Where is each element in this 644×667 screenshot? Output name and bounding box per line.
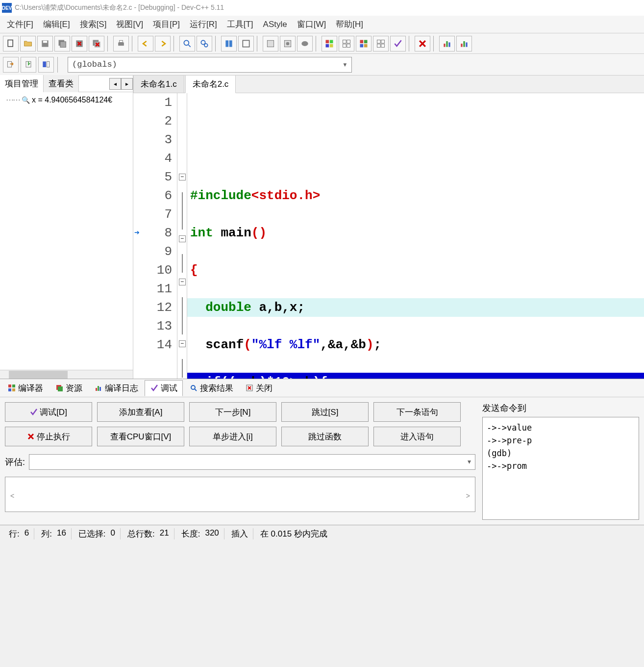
- menu-edit[interactable]: 编辑[E]: [38, 16, 75, 33]
- cpu-window-button[interactable]: 查看CPU窗口[V]: [97, 427, 184, 446]
- debug-start-button[interactable]: 调试[D]: [5, 402, 92, 422]
- rebuild-button[interactable]: [280, 36, 296, 51]
- separator: [215, 36, 218, 51]
- svg-rect-28: [347, 44, 350, 47]
- menu-project[interactable]: 项目[P]: [148, 16, 185, 33]
- menu-search[interactable]: 搜索[S]: [75, 16, 112, 33]
- step-into-button[interactable]: 单步进入[i]: [189, 427, 276, 446]
- skip-func-button[interactable]: 跳过函数: [281, 427, 369, 446]
- gdb-output[interactable]: ->->value ->->pre-p (gdb) ->->prom: [482, 417, 639, 520]
- debug-button[interactable]: [297, 36, 313, 51]
- svg-rect-37: [444, 44, 445, 47]
- eval-output[interactable]: < >: [5, 477, 475, 512]
- svg-rect-40: [461, 44, 462, 47]
- compile-button[interactable]: [221, 36, 237, 51]
- run-button[interactable]: [238, 36, 254, 51]
- sidebar-scrollbar[interactable]: [0, 370, 133, 379]
- status-value: 在 0.015 秒内完成: [260, 528, 327, 539]
- into-stmt-button[interactable]: 进入语句: [373, 427, 461, 446]
- menu-astyle[interactable]: AStyle: [258, 17, 292, 32]
- fold-toggle[interactable]: −: [179, 235, 186, 242]
- status-label: 已选择:: [78, 528, 106, 539]
- line-number: 12: [133, 298, 172, 317]
- add-watch-button[interactable]: 添加查看[A]: [97, 402, 184, 422]
- watch-item[interactable]: ⋯⋯ 🔍 x = 4.9406564584124€: [2, 94, 131, 105]
- profile2-button[interactable]: [456, 36, 472, 51]
- undo-button[interactable]: [138, 36, 153, 51]
- btab-close[interactable]: 关闭: [240, 380, 278, 396]
- tab-class-view[interactable]: 查看类: [44, 75, 79, 92]
- nav-right-button[interactable]: ▸: [121, 78, 133, 90]
- redo-button[interactable]: [155, 36, 171, 51]
- close-file-button[interactable]: [72, 36, 87, 51]
- tool-grid1-button[interactable]: [322, 36, 337, 51]
- scroll-right-icon[interactable]: >: [466, 492, 470, 510]
- goto-button[interactable]: [3, 57, 19, 73]
- bookmark2-button[interactable]: [38, 57, 54, 73]
- separator: [132, 36, 135, 51]
- close-all-button[interactable]: [89, 36, 104, 51]
- btab-search-results[interactable]: 搜索结果: [184, 380, 239, 396]
- error-button[interactable]: [415, 36, 430, 51]
- svg-point-19: [286, 42, 290, 45]
- menu-help[interactable]: 帮助[H]: [331, 16, 368, 33]
- save-button[interactable]: [37, 36, 53, 51]
- svg-rect-45: [43, 61, 46, 67]
- stop-debug-button[interactable]: 停止执行: [5, 427, 92, 446]
- replace-button[interactable]: [197, 36, 212, 51]
- editor-tab-1[interactable]: 未命名1.c: [133, 75, 184, 93]
- menu-view[interactable]: 视图[V]: [111, 16, 148, 33]
- svg-rect-54: [98, 386, 99, 391]
- btab-debug[interactable]: 调试: [145, 380, 183, 396]
- line-number: 2: [133, 112, 172, 130]
- svg-rect-49: [8, 388, 11, 391]
- fold-line-icon: [182, 316, 183, 334]
- gdb-line: (gdb): [487, 447, 635, 460]
- tool-windows-button[interactable]: [356, 36, 372, 51]
- menu-tools[interactable]: 工具[T]: [222, 16, 258, 33]
- editor-tab-2[interactable]: 未命名2.c: [185, 75, 236, 93]
- svg-rect-33: [377, 40, 381, 43]
- status-len: 长度:320: [176, 528, 224, 539]
- next-step-button[interactable]: 下一步[N]: [189, 402, 276, 422]
- save-all-button[interactable]: [54, 36, 70, 51]
- app-icon: DEV: [2, 3, 12, 13]
- bookmark-button[interactable]: [21, 57, 36, 73]
- fold-toggle[interactable]: −: [179, 279, 186, 285]
- nav-left-button[interactable]: ◂: [109, 78, 121, 90]
- tab-project-mgmt[interactable]: 项目管理: [0, 75, 44, 92]
- new-file-button[interactable]: [3, 36, 19, 51]
- btab-compiler[interactable]: 编译器: [2, 380, 49, 396]
- globals-combo[interactable]: (globals): [68, 57, 352, 73]
- eval-input[interactable]: [29, 454, 475, 470]
- fold-line-icon: [182, 254, 183, 273]
- open-file-button[interactable]: [20, 36, 36, 51]
- statusbar: 行:6 列:16 已选择:0 总行数:21 长度:320 插入 在 0.015 …: [0, 525, 644, 542]
- check-button[interactable]: [390, 36, 406, 51]
- btab-label: 编译日志: [105, 383, 138, 394]
- code-content[interactable]: #include<stdio.h> int main() { double a,…: [187, 93, 644, 379]
- svg-rect-48: [12, 385, 15, 387]
- tool-grid3-button[interactable]: [373, 36, 389, 51]
- compile-run-button[interactable]: [263, 36, 278, 51]
- profile-button[interactable]: [439, 36, 455, 51]
- btab-compile-log[interactable]: 编译日志: [89, 380, 144, 396]
- menu-window[interactable]: 窗口[W]: [292, 16, 331, 33]
- find-button[interactable]: [179, 36, 195, 51]
- editor-body[interactable]: 1 2 3 4 5 6 7 ➔8 9 10 11 12 13 14 − −: [133, 93, 644, 379]
- fold-toggle[interactable]: −: [179, 340, 186, 347]
- separator: [409, 36, 412, 51]
- fold-toggle[interactable]: −: [179, 174, 186, 180]
- code-line: scanf("%lf %lf",&a,&b);: [187, 335, 644, 354]
- step-over-button[interactable]: 跳过[S]: [281, 402, 369, 422]
- tool-grid2-button[interactable]: [339, 36, 354, 51]
- next-stmt-button[interactable]: 下一条语句: [373, 402, 461, 422]
- print-button[interactable]: [113, 36, 129, 51]
- sidebar-content: ⋯⋯ 🔍 x = 4.9406564584124€: [0, 92, 133, 370]
- scroll-left-icon[interactable]: <: [10, 492, 14, 510]
- menu-run[interactable]: 运行[R]: [185, 16, 222, 33]
- menu-file[interactable]: 文件[F]: [2, 16, 38, 33]
- btab-resource[interactable]: 资源: [50, 380, 88, 396]
- scrollbar-thumb[interactable]: [9, 371, 68, 379]
- line-number: 3: [133, 130, 172, 149]
